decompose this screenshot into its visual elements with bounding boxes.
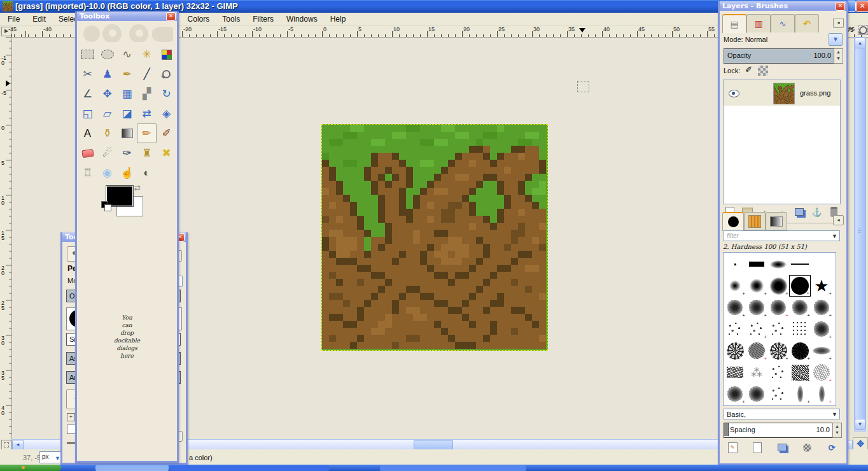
lock-alpha-icon[interactable] (758, 66, 768, 76)
tool-rotate[interactable]: ↻ (157, 84, 176, 104)
toolbox-titlebar[interactable]: Toolbox ✕ (77, 11, 177, 21)
duplicate-layer-button[interactable] (792, 205, 807, 219)
tool-pencil[interactable]: ✏ (137, 123, 157, 143)
menu-windows[interactable]: Windows (280, 13, 324, 25)
brush-item[interactable] (767, 362, 789, 383)
brush-item[interactable] (724, 318, 746, 340)
brush-item[interactable] (789, 318, 811, 340)
brush-item[interactable]: + (789, 383, 811, 405)
brush-item[interactable]: + (811, 383, 832, 405)
tool-align[interactable]: ▦ (117, 84, 137, 104)
tool-move[interactable]: ✥ (97, 84, 117, 104)
layer-name[interactable]: grass.png (800, 89, 830, 97)
dock-menu-button[interactable]: ◂ (833, 18, 844, 28)
tool-select-by-color[interactable] (157, 45, 176, 64)
brush-list-area[interactable]: ++++★++++++++++++⁂+++++ (723, 252, 836, 406)
tool-paths[interactable]: ✒ (117, 64, 137, 84)
menu-file[interactable]: File (1, 13, 26, 25)
close-icon[interactable]: ✕ (166, 12, 176, 21)
layer-row[interactable]: grass.png (724, 80, 840, 106)
delete-brush-button[interactable] (799, 440, 815, 454)
tool-dodge-burn[interactable]: ◐ (137, 163, 157, 183)
brush-item[interactable]: + (789, 362, 811, 383)
brush-item[interactable] (746, 383, 767, 405)
tab-brushes[interactable] (722, 212, 744, 231)
tool-scale[interactable]: ◱ (78, 104, 97, 123)
tool-color-picker[interactable]: ╱ (137, 64, 157, 84)
brush-item[interactable] (767, 253, 789, 275)
brush-item[interactable]: + (767, 297, 789, 318)
tool-shear[interactable]: ▱ (97, 104, 117, 123)
brush-item[interactable]: + (746, 297, 767, 318)
close-icon[interactable]: ✕ (836, 2, 845, 11)
tool-blur-sharpen[interactable]: ◉ (97, 163, 117, 183)
taskbar-button[interactable] (380, 465, 526, 471)
mode-dropdown-button[interactable]: ▼ (829, 33, 843, 46)
tool-rectangle-select[interactable] (78, 45, 97, 64)
layers-titlebar[interactable]: Layers - Brushes ✕ (720, 1, 846, 11)
scroll-down-arrow[interactable]: ▾ (855, 419, 865, 430)
tool-ink[interactable]: ✑ (117, 143, 137, 163)
tool-free-select[interactable]: ∿ (117, 45, 137, 64)
brush-item[interactable]: ⁂ (746, 362, 767, 383)
tool-fuzzy-select[interactable]: ✳ (137, 45, 157, 64)
brush-item[interactable] (746, 253, 767, 275)
tool-perspective[interactable]: ◪ (117, 104, 137, 123)
tool-eraser[interactable] (78, 143, 97, 163)
brush-item[interactable]: + (789, 275, 811, 297)
close-button[interactable]: ✕ (856, 1, 868, 12)
brush-item[interactable]: + (724, 297, 746, 318)
brush-item[interactable] (724, 362, 746, 383)
tool-ellipse-select[interactable] (97, 45, 117, 64)
menu-help[interactable]: Help (324, 13, 353, 25)
menu-filters[interactable]: Filters (246, 13, 280, 25)
tool-bucket-fill[interactable]: ⚱ (97, 123, 117, 143)
expander-toggle[interactable]: + (67, 413, 75, 421)
brush-item[interactable] (767, 318, 789, 340)
brush-item[interactable]: + (767, 275, 789, 297)
taskbar[interactable] (0, 465, 868, 471)
menu-colors[interactable]: Colors (181, 13, 216, 25)
scroll-up-arrow[interactable]: ▴ (855, 38, 865, 48)
lock-paint-icon[interactable]: ✐ (745, 65, 752, 74)
brush-item[interactable]: + (811, 340, 832, 362)
brushes-menu-button[interactable]: ◂ (833, 215, 844, 225)
tab-undo-history[interactable]: ↶ (795, 14, 819, 32)
tab-gradients[interactable] (766, 212, 787, 230)
tool-measure[interactable]: ∠ (78, 84, 97, 104)
tab-channels[interactable]: ▥ (746, 14, 771, 32)
brush-item[interactable]: + (789, 340, 811, 362)
tool-text[interactable]: A (78, 123, 97, 143)
tool-airbrush[interactable]: ☄ (97, 143, 117, 163)
brush-item[interactable] (724, 340, 746, 362)
maximize-button[interactable] (847, 1, 856, 12)
tool-smudge[interactable]: ☝ (117, 163, 137, 183)
tool-scissors-select[interactable]: ✂ (78, 64, 97, 84)
spacing-slider-thumb[interactable] (724, 423, 729, 436)
quick-mask-toggle[interactable] (1, 440, 11, 450)
horizontal-scroll-thumb[interactable] (414, 440, 453, 450)
spacing-slider[interactable]: Spacing 10.0 (724, 423, 833, 438)
anchor-layer-button[interactable]: ⚓ (809, 205, 825, 219)
tab-patterns[interactable] (744, 212, 766, 230)
new-brush-button[interactable] (750, 440, 765, 454)
vertical-ruler[interactable]: -10-50510152025303540 (0, 37, 12, 439)
layer-thumbnail[interactable] (773, 83, 795, 104)
canvas-selection-ants[interactable] (321, 124, 548, 351)
brush-item[interactable]: + (746, 275, 767, 297)
edit-brush-button[interactable]: ✎ (725, 440, 740, 454)
brush-item[interactable] (767, 383, 789, 405)
tab-paths[interactable]: ∿ (771, 14, 795, 32)
brush-item[interactable]: + (746, 318, 767, 340)
tool-flip[interactable]: ⇄ (137, 104, 157, 123)
opacity-spinner[interactable]: ▲▼ (834, 48, 843, 64)
refresh-brushes-button[interactable]: ⟳ (824, 440, 839, 454)
brush-item[interactable]: ★+ (811, 275, 832, 297)
brush-item[interactable] (789, 253, 811, 275)
menu-edit[interactable]: Edit (26, 13, 52, 25)
brush-filter-input[interactable]: filter ▼ (724, 230, 840, 241)
brush-item[interactable]: + (724, 275, 746, 297)
taskbar-button[interactable] (170, 465, 329, 471)
brush-item[interactable]: + (811, 362, 832, 383)
layers-brushes-window[interactable]: Layers - Brushes ✕ ▤ ▥ ∿ ↶ ◂ Mode: Norma… (718, 1, 848, 465)
